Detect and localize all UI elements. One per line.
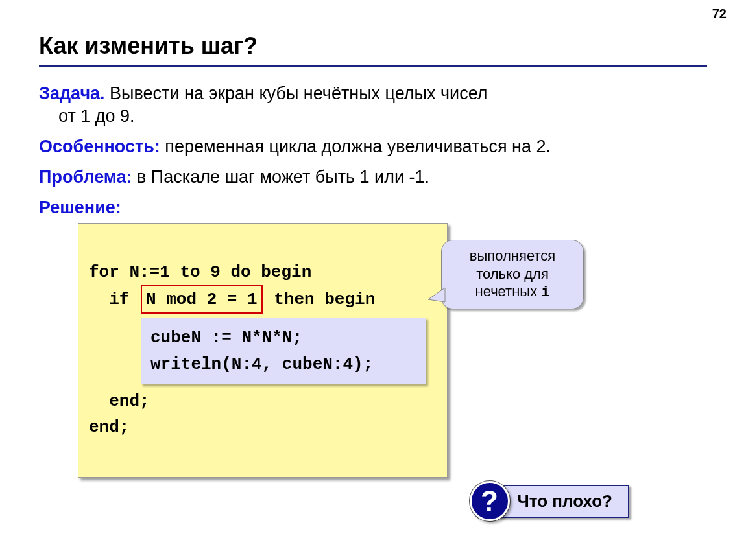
page-number: 72 [712,6,727,21]
feature-paragraph: Особенность: переменная цикла должна уве… [39,135,707,158]
code-end-1: end; [89,391,150,411]
code-end-2: end; [89,417,129,437]
mod-expression-box: N mod 2 = 1 [141,285,263,314]
question-block: ? Что плохо? [470,481,629,521]
slide-title: Как изменить шаг? [39,32,707,60]
solution-label-row: Решение: [39,196,707,219]
callout: выполняется только для нечетных i [441,240,584,309]
code-if-suffix: then begin [264,290,376,309]
task-label: Задача. [39,84,105,103]
inner-code-card: cubeN := N*N*N; writeln(N:4, cubeN:4); [141,318,426,384]
title-rule [39,65,707,67]
problem-paragraph: Проблема: в Паскале шаг может быть 1 или… [39,166,707,189]
task-text-1: Вывести на экран кубы нечётных целых чис… [105,84,488,103]
code-inner-2: writeln(N:4, cubeN:4); [150,355,373,374]
svg-marker-0 [428,288,445,302]
code-area: for N:=1 to 9 do begin if N mod 2 = 1 th… [78,223,448,477]
feature-label: Особенность: [39,137,160,156]
callout-line-1: выполняется [470,248,555,264]
question-text: Что плохо? [498,485,629,518]
task-paragraph: Задача. Вывести на экран кубы нечётных ц… [39,82,707,128]
question-mark-icon: ? [470,481,510,521]
code-line-1: for N:=1 to 9 do begin [89,262,311,282]
callout-variable: i [541,285,549,301]
callout-box: выполняется только для нечетных i [441,240,584,309]
feature-text: переменная цикла должна увеличиваться на… [160,137,551,156]
callout-line-2: только для [476,266,549,282]
slide: 72 Как изменить шаг? Задача. Вывести на … [0,0,746,560]
problem-label: Проблема: [39,167,132,187]
solution-label: Решение: [39,198,121,217]
callout-tail-icon [427,286,446,306]
callout-line-3-prefix: нечетных [475,283,542,299]
code-inner-1: cubeN := N*N*N; [150,328,302,347]
task-text-2: от 1 до 9. [39,105,135,128]
code-card: for N:=1 to 9 do begin if N mod 2 = 1 th… [78,223,448,477]
problem-text: в Паскале шаг может быть 1 или -1. [132,167,429,187]
code-if-prefix: if [89,290,139,309]
